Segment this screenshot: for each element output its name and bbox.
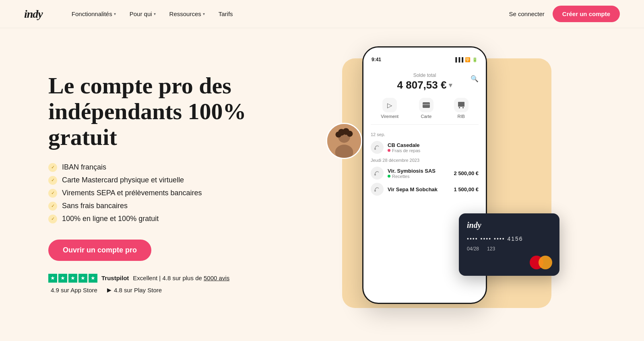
navbar: indy Fonctionnalités ▾ Pour qui ▾ Ressou… — [0, 0, 644, 28]
transaction-details: CB Casedale Frais de repas — [388, 142, 479, 153]
tag-dot-green — [388, 175, 390, 178]
store-ratings: 4.9 sur App Store ▶ 4.8 sur Play Store — [48, 287, 298, 293]
svg-point-2 — [335, 145, 353, 159]
svg-point-13 — [374, 174, 376, 176]
chevron-down-icon: ▾ — [203, 12, 205, 16]
tag-dot — [388, 149, 390, 152]
phone-background: 9:41 ▐▐▐ 🛜 🔋 Solde total 4 807,53 € ▾ 🔍 — [342, 58, 551, 308]
check-icon: ✓ — [48, 189, 57, 198]
phone-status-bar: 9:41 ▐▐▐ 🛜 🔋 — [363, 48, 486, 68]
nav-actions: Se connecter Créer un compte — [509, 6, 620, 22]
search-icon: 🔍 — [471, 75, 479, 83]
appstore-rating: 4.9 sur App Store — [48, 287, 97, 293]
transaction-date-2: Jeudi 28 décembre 2023 — [371, 158, 479, 163]
feature-list: ✓ IBAN français ✓ Carte Mastercard physi… — [48, 163, 298, 223]
balance-amount: 4 807,53 € ▾ — [371, 79, 479, 91]
rib-icon — [454, 98, 469, 112]
action-rib[interactable]: RIB — [454, 98, 469, 119]
trustpilot-stars: ★ ★ ★ ★ ★ — [48, 274, 97, 283]
phone-time: 9:41 — [372, 57, 381, 62]
nav-fonctionnalites[interactable]: Fonctionnalités ▾ — [67, 7, 121, 21]
battery-icon: 🔋 — [472, 57, 478, 62]
transaction-2-tag: Recettes — [388, 174, 450, 179]
nav-pour-qui[interactable]: Pour qui ▾ — [125, 7, 161, 21]
card-number: •••• •••• •••• 4156 — [467, 236, 551, 242]
transaction-2-details: Vir. Symbiosis SAS Recettes — [388, 168, 450, 179]
virement-icon: ▷ — [382, 98, 397, 112]
transaction-1: CB Casedale Frais de repas — [371, 141, 479, 154]
transaction-3: Vir Sepa M Sobchak 1 500,00 € — [371, 183, 479, 196]
hero-content: Le compte pro des indépendants 100% grat… — [48, 73, 298, 293]
transaction-tag: Frais de repas — [388, 148, 479, 153]
transaction-3-amount: 1 500,00 € — [454, 186, 479, 192]
card-logo: indy — [467, 221, 551, 230]
svg-rect-11 — [462, 107, 464, 108]
transaction-icon-3 — [371, 183, 384, 196]
signup-button[interactable]: Créer un compte — [553, 6, 620, 22]
hero-section: Le compte pro des indépendants 100% grat… — [0, 28, 644, 338]
list-item: ✓ Carte Mastercard physique et virtuelle — [48, 176, 298, 185]
phone-quick-actions: ▷ Virement Carte — [371, 98, 479, 125]
star-2: ★ — [58, 274, 67, 283]
chevron-down-icon: ▾ — [114, 12, 116, 16]
nav-tarifs[interactable]: Tarifs — [214, 7, 238, 21]
star-5: ★ — [89, 274, 97, 283]
transaction-2-amount: 2 500,00 € — [454, 170, 479, 176]
transaction-name: CB Casedale — [388, 142, 479, 148]
star-3: ★ — [68, 274, 77, 283]
avatar — [326, 123, 362, 159]
transaction-icon-2 — [371, 167, 384, 180]
list-item: ✓ 100% en ligne et 100% gratuit — [48, 215, 298, 223]
list-item: ✓ Virements SEPA et prélèvements bancair… — [48, 189, 298, 198]
wifi-icon: 🛜 — [465, 57, 471, 62]
playstore-rating: ▶ 4.8 sur Play Store — [107, 287, 162, 293]
mastercard-logo — [530, 256, 552, 269]
card-cvv: 123 — [487, 246, 495, 252]
svg-point-12 — [374, 148, 376, 150]
svg-rect-8 — [423, 104, 430, 105]
transaction-2-name: Vir. Symbiosis SAS — [388, 168, 450, 174]
trustpilot-link[interactable]: 5000 avis — [204, 275, 229, 281]
open-account-button[interactable]: Ouvrir un compte pro — [48, 240, 151, 261]
check-icon: ✓ — [48, 215, 57, 223]
phone-app-content: Solde total 4 807,53 € ▾ 🔍 ▷ Virement — [363, 68, 486, 204]
card-expiry: 04/28 — [467, 246, 479, 252]
action-virement[interactable]: ▷ Virement — [381, 98, 398, 119]
transaction-3-name: Vir Sepa M Sobchak — [388, 186, 450, 192]
card-details: 04/28 123 — [467, 246, 551, 252]
nav-ressources[interactable]: Ressources ▾ — [165, 7, 210, 21]
list-item: ✓ Sans frais bancaires — [48, 202, 298, 211]
star-1: ★ — [48, 274, 57, 283]
hero-visual: 9:41 ▐▐▐ 🛜 🔋 Solde total 4 807,53 € ▾ 🔍 — [298, 58, 596, 308]
balance-chevron: ▾ — [449, 81, 452, 89]
star-4: ★ — [78, 274, 87, 283]
svg-rect-9 — [458, 102, 464, 107]
signal-icon: ▐▐▐ — [454, 57, 463, 62]
phone-status-icons: ▐▐▐ 🛜 🔋 — [454, 57, 478, 62]
balance-label: Solde total — [371, 72, 479, 78]
check-icon: ✓ — [48, 163, 57, 172]
transaction-2: Vir. Symbiosis SAS Recettes 2 500,00 € — [371, 167, 479, 180]
svg-rect-10 — [459, 107, 460, 108]
ratings: ★ ★ ★ ★ ★ Trustpilot Excellent | 4.8 sur… — [48, 274, 298, 293]
hero-title: Le compte pro des indépendants 100% grat… — [48, 73, 298, 150]
logo[interactable]: indy — [24, 8, 43, 21]
chevron-down-icon: ▾ — [154, 12, 156, 16]
action-carte[interactable]: Carte — [419, 98, 433, 119]
list-item: ✓ IBAN français — [48, 163, 298, 172]
trustpilot-rating: ★ ★ ★ ★ ★ Trustpilot Excellent | 4.8 sur… — [48, 274, 298, 283]
login-button[interactable]: Se connecter — [509, 10, 544, 17]
transaction-3-details: Vir Sepa M Sobchak — [388, 186, 450, 192]
svg-point-14 — [374, 190, 376, 192]
playstore-icon: ▶ — [107, 287, 111, 293]
mc-circle-yellow — [539, 256, 552, 269]
trustpilot-text: Excellent | 4.8 sur plus de 5000 avis — [133, 275, 229, 281]
check-icon: ✓ — [48, 176, 57, 185]
svg-point-6 — [347, 131, 353, 137]
nav-links: Fonctionnalités ▾ Pour qui ▾ Ressources … — [67, 7, 509, 21]
carte-icon — [419, 98, 433, 112]
credit-card: indy •••• •••• •••• 4156 04/28 123 — [459, 213, 559, 276]
trustpilot-logo: Trustpilot — [101, 275, 129, 281]
transaction-date-1: 12 sep. — [371, 132, 479, 137]
transaction-icon — [371, 141, 384, 154]
